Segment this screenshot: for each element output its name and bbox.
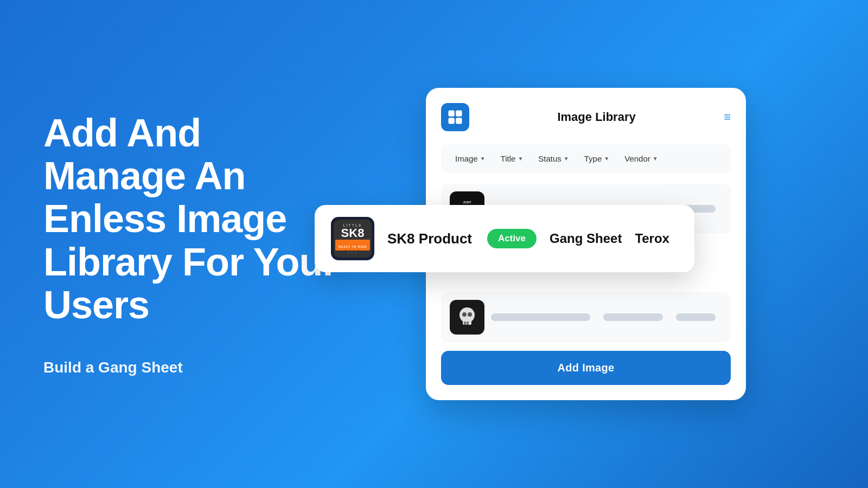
vendor-label: Terox xyxy=(635,231,669,246)
svg-rect-8 xyxy=(464,322,466,325)
chevron-down-icon: ▼ xyxy=(518,156,523,162)
skeleton-title xyxy=(491,313,590,321)
right-section: LITTLE SK8 READY TO RIDE • • • SK8 Produ… xyxy=(347,88,825,400)
vendor-filter-button[interactable]: Vendor ▼ xyxy=(619,152,663,165)
status-badge: Active xyxy=(487,229,537,248)
type-filter-button[interactable]: Type ▼ xyxy=(579,152,615,165)
chevron-down-icon: ▼ xyxy=(564,156,569,162)
highlighted-product-card[interactable]: LITTLE SK8 READY TO RIDE • • • SK8 Produ… xyxy=(315,205,694,272)
svg-point-7 xyxy=(468,312,472,317)
svg-rect-2 xyxy=(449,118,455,124)
svg-point-4 xyxy=(459,307,475,323)
chevron-down-icon: ▼ xyxy=(604,156,609,162)
app-logo xyxy=(441,103,469,131)
chevron-down-icon: ▼ xyxy=(480,156,486,162)
svg-rect-0 xyxy=(449,111,455,117)
skull-thumbnail xyxy=(450,300,484,335)
card-header: Image Library ≡ xyxy=(441,103,731,131)
svg-rect-3 xyxy=(456,118,462,124)
status-filter-button[interactable]: Status ▼ xyxy=(533,152,574,165)
left-section: Add And Manage An Enless Image Library F… xyxy=(43,112,347,376)
sk8-product-thumbnail: LITTLE SK8 READY TO RIDE • • • xyxy=(331,217,374,260)
product-title: SK8 Product xyxy=(387,230,474,247)
skeleton-status xyxy=(603,313,663,321)
sub-heading: Build a Gang Sheet xyxy=(43,359,347,376)
svg-rect-1 xyxy=(456,111,462,117)
main-heading: Add And Manage An Enless Image Library F… xyxy=(43,112,347,326)
filter-bar: Image ▼ Title ▼ Status ▼ Type ▼ Vendor ▼ xyxy=(441,144,731,173)
chevron-down-icon: ▼ xyxy=(653,156,658,162)
table-row[interactable] xyxy=(441,292,731,342)
skeleton-type xyxy=(676,313,716,321)
add-image-button[interactable]: Add Image xyxy=(441,351,731,385)
svg-point-6 xyxy=(462,312,467,317)
title-filter-button[interactable]: Title ▼ xyxy=(495,152,529,165)
image-filter-button[interactable]: Image ▼ xyxy=(450,152,491,165)
skull-icon xyxy=(454,304,480,330)
type-label: Gang Sheet xyxy=(550,231,622,246)
menu-icon[interactable]: ≡ xyxy=(724,110,731,124)
card-title: Image Library xyxy=(557,110,635,124)
logo-icon xyxy=(447,109,463,125)
svg-rect-9 xyxy=(467,322,469,325)
